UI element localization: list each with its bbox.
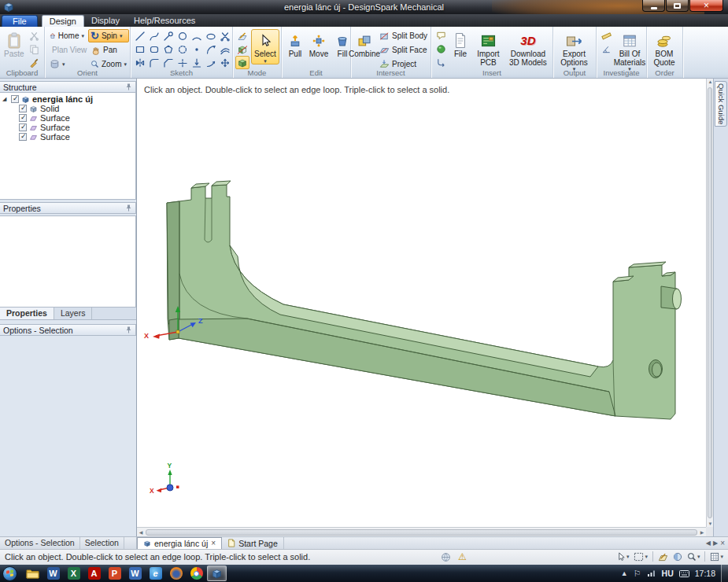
copy-button[interactable] bbox=[28, 42, 42, 56]
status-shading-icon[interactable] bbox=[673, 552, 682, 562]
select-button[interactable]: Select ▾ bbox=[251, 29, 279, 64]
show-desktop-button[interactable] bbox=[721, 565, 728, 582]
sketch-ellipse-icon[interactable] bbox=[204, 29, 218, 42]
orientation-triad[interactable]: Y X bbox=[150, 462, 179, 495]
sketch-spline-icon[interactable] bbox=[147, 29, 161, 42]
sketch-polygon-icon[interactable] bbox=[161, 42, 176, 56]
pin-icon[interactable] bbox=[125, 204, 132, 212]
split-face-button[interactable]: Split Face bbox=[377, 43, 430, 57]
tabs-close-icon[interactable]: × bbox=[720, 539, 725, 547]
sketch-construction-circle-icon[interactable] bbox=[176, 42, 190, 56]
combine-button[interactable]: Combine bbox=[353, 29, 375, 60]
model-3d-view[interactable]: X Z Y X bbox=[137, 79, 713, 536]
scroll-right-arrow[interactable]: ▶ bbox=[698, 529, 706, 535]
insert-sphere-button[interactable] bbox=[434, 42, 448, 56]
vertical-scrollbar[interactable]: ▲ ▼ bbox=[706, 79, 713, 527]
taskbar-word2-icon[interactable]: W bbox=[125, 565, 145, 581]
status-selection-box-icon[interactable]: ▾ bbox=[634, 552, 648, 562]
taskbar-word-icon[interactable]: W bbox=[43, 565, 63, 581]
home-view-button[interactable]: Home▾ bbox=[47, 29, 87, 42]
sketch-circle-icon[interactable] bbox=[176, 29, 190, 42]
pull-button[interactable]: Pull bbox=[284, 29, 306, 60]
clock[interactable]: 17:18 bbox=[695, 569, 715, 578]
sketch-chamfer-icon[interactable] bbox=[161, 56, 176, 69]
pan-button[interactable]: Pan bbox=[88, 43, 129, 57]
measure-angle-button[interactable] bbox=[599, 42, 613, 56]
horizontal-scroll-thumb[interactable] bbox=[146, 529, 697, 536]
tabs-scroll-left-icon[interactable]: ◀ bbox=[706, 540, 711, 547]
keyboard-icon[interactable] bbox=[679, 570, 689, 577]
sketch-mode-button[interactable] bbox=[235, 29, 249, 42]
vertical-scroll-thumb[interactable] bbox=[708, 87, 712, 518]
model-canvas[interactable]: Click an object. Double-click to select … bbox=[137, 79, 713, 536]
sketch-offset-curve-icon[interactable] bbox=[218, 42, 232, 56]
horizontal-scrollbar[interactable]: ◀ ▶ bbox=[137, 527, 706, 536]
pin-icon[interactable] bbox=[125, 326, 132, 333]
network-icon[interactable] bbox=[647, 569, 656, 577]
taskbar-explorer-icon[interactable] bbox=[23, 565, 42, 581]
hidden-icons-button[interactable]: ▲ bbox=[621, 569, 628, 577]
document-tab-active[interactable]: energia lánc új × bbox=[137, 537, 222, 549]
tab-display[interactable]: Display bbox=[84, 15, 127, 27]
taskbar-internet-explorer-icon[interactable]: e bbox=[146, 565, 165, 581]
plan-view-button[interactable]: Plan View bbox=[47, 43, 87, 57]
scroll-left-arrow[interactable]: ◀ bbox=[137, 529, 145, 535]
status-select-arrow-icon[interactable]: ▾ bbox=[617, 552, 630, 562]
solid-checkbox[interactable] bbox=[19, 105, 27, 112]
surface-checkbox[interactable] bbox=[19, 114, 27, 122]
spin-button[interactable]: ↻ Spin▾ bbox=[88, 29, 129, 42]
taskbar-chrome-icon[interactable] bbox=[187, 565, 206, 581]
surface-checkbox[interactable] bbox=[19, 123, 27, 131]
insert-axis-button[interactable] bbox=[434, 56, 448, 69]
tab-properties[interactable]: Properties bbox=[0, 308, 54, 319]
tree-item-surface[interactable]: Surface bbox=[0, 123, 135, 132]
sketch-point-icon[interactable] bbox=[190, 42, 204, 56]
sketch-arc-icon[interactable] bbox=[190, 29, 204, 42]
measure-ruler-button[interactable] bbox=[599, 29, 613, 42]
split-body-button[interactable]: Split Body bbox=[377, 29, 430, 42]
surface-checkbox[interactable] bbox=[19, 133, 27, 141]
paste-button[interactable]: Paste bbox=[2, 29, 26, 60]
status-magnifier-icon[interactable]: ▾ bbox=[687, 552, 700, 562]
document-tab-start-page[interactable]: Start Page bbox=[222, 537, 284, 549]
tree-root-row[interactable]: ◢ energia lánc új bbox=[0, 94, 135, 104]
cut-button[interactable] bbox=[28, 29, 42, 42]
tree-expander-icon[interactable]: ◢ bbox=[2, 96, 9, 102]
sketch-trim-scissors-icon[interactable] bbox=[218, 29, 232, 42]
status-warning-icon[interactable]: ⚠ bbox=[458, 551, 467, 562]
status-grid-display-icon[interactable]: ▾ bbox=[710, 552, 723, 562]
sketch-project-icon[interactable] bbox=[190, 56, 204, 69]
scroll-up-arrow[interactable]: ▲ bbox=[707, 79, 713, 84]
sketch-rectangle-icon[interactable] bbox=[133, 42, 147, 56]
maximize-button[interactable] bbox=[666, 0, 689, 12]
tree-item-surface[interactable]: Surface bbox=[0, 113, 135, 123]
tab-layers[interactable]: Layers bbox=[54, 308, 93, 319]
sketch-tangent-line-icon[interactable] bbox=[161, 29, 176, 42]
import-pcb-button[interactable]: Import PCB bbox=[473, 29, 504, 68]
sketch-split-curve-icon[interactable] bbox=[176, 56, 190, 69]
sketch-line-icon[interactable] bbox=[133, 29, 147, 42]
bill-of-materials-button[interactable]: Bill Of Materials ▾ bbox=[615, 29, 645, 72]
quick-guide-tab[interactable]: Quick Guide bbox=[715, 81, 727, 127]
root-checkbox[interactable] bbox=[11, 95, 19, 103]
pin-icon[interactable] bbox=[125, 83, 132, 90]
bom-quote-button[interactable]: BOM Quote bbox=[649, 29, 679, 68]
close-button[interactable]: × bbox=[689, 0, 723, 12]
insert-file-button[interactable]: File bbox=[449, 29, 471, 60]
start-button[interactable] bbox=[2, 566, 17, 581]
taskbar-excel-icon[interactable]: X bbox=[64, 565, 83, 581]
taskbar-firefox-icon[interactable] bbox=[166, 565, 186, 581]
status-sketch-grid-icon[interactable] bbox=[658, 552, 668, 562]
taskbar-designspark-icon[interactable] bbox=[207, 565, 227, 581]
sketch-fillet-icon[interactable] bbox=[147, 56, 161, 69]
format-painter-button[interactable] bbox=[28, 56, 42, 69]
insert-note-button[interactable] bbox=[434, 29, 448, 42]
sketch-bend-icon[interactable] bbox=[204, 56, 218, 69]
tab-options-selection[interactable]: Options - Selection bbox=[0, 537, 80, 549]
tab-help-resources[interactable]: Help/Resources bbox=[127, 15, 202, 27]
file-menu-button[interactable]: File bbox=[2, 15, 38, 27]
tabs-scroll-right-icon[interactable]: ▶ bbox=[713, 540, 718, 547]
export-options-button[interactable]: Export Options ▾ bbox=[556, 29, 593, 72]
sketch-rounded-rectangle-icon[interactable] bbox=[147, 42, 161, 56]
close-tab-icon[interactable]: × bbox=[211, 540, 216, 547]
